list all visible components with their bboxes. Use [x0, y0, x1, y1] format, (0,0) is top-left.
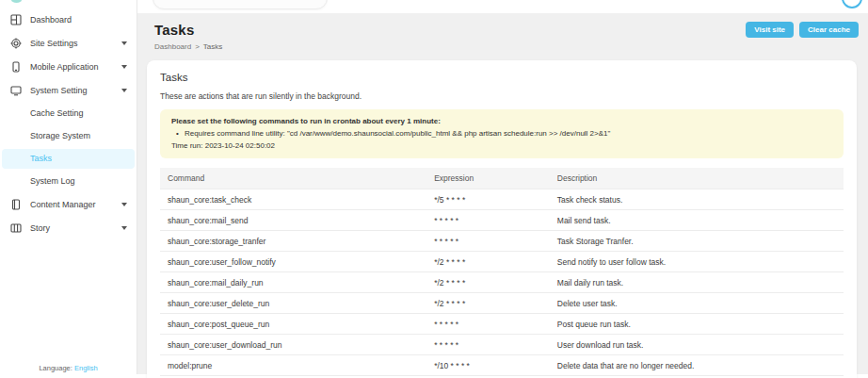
cell-expression: */5 * * * * [426, 189, 550, 210]
sidebar-item-label: System Setting [30, 86, 88, 95]
sidebar-item-label: Story [30, 223, 50, 233]
sidebar-item-system-setting[interactable]: System Setting [0, 78, 137, 102]
breadcrumb-dashboard[interactable]: Dashboard [154, 42, 191, 51]
cell-command: shaun_core:mail_daily_run [160, 272, 426, 293]
chevron-down-icon [121, 41, 127, 45]
cell-command: shaun_core:post_queue_run [160, 314, 426, 335]
sidebar-item-label: Mobile Application [30, 62, 99, 72]
sidebar-item-label: Site Settings [30, 39, 78, 48]
table-row: shaun_core:storage_tranfer * * * * * Tas… [160, 231, 844, 252]
table-row: shaun_core:user_download_run * * * * * U… [160, 335, 844, 355]
cell-command: shaun_core:user_delete_run [160, 293, 426, 314]
cell-command: shaun_core:task_check [160, 189, 426, 210]
avatar[interactable] [842, 0, 862, 8]
sidebar-item-label: Tasks [30, 154, 52, 163]
sidebar-item-label: Content Manager [30, 200, 96, 209]
sidebar-item-storage-system[interactable]: Storage System [0, 124, 137, 147]
cell-expression: */2 * * * * [426, 272, 550, 293]
cell-expression: * * * * * [426, 231, 550, 252]
sidebar-item-mobile-application[interactable]: Mobile Application [0, 55, 137, 78]
chevron-down-icon [121, 203, 127, 206]
search-input[interactable] [153, 0, 328, 9]
cell-expression: * * * * * [426, 210, 550, 231]
cell-description: Task Storage Tranfer. [550, 231, 844, 252]
gear-icon [9, 37, 22, 49]
tasks-card: Tasks These are actions that are run sil… [147, 60, 857, 378]
table-row: shaun_core:post_queue_run * * * * * Post… [160, 314, 844, 335]
cell-command: shaun_core:user_download_run [160, 335, 426, 355]
language-footer: Language: English [0, 364, 137, 372]
book-icon [9, 198, 22, 210]
cell-description: Post queue run task. [550, 314, 844, 335]
chevron-down-icon [121, 65, 127, 69]
header-actions: Visit site Clear cache [746, 22, 859, 38]
card-description: These are actions that are run silently … [160, 91, 844, 101]
cell-command: shaun_core:storage_tranfer [160, 231, 426, 252]
sidebar-item-system-log[interactable]: System Log [0, 170, 137, 192]
columns-icon [9, 222, 22, 234]
cell-expression: * * * * * [426, 335, 550, 355]
tasks-table: Command Expression Description shaun_cor… [160, 168, 844, 378]
notice-headline: Please set the following commands to run… [171, 116, 832, 128]
cell-command: model:prune [160, 355, 426, 376]
sidebar-item-label: System Log [30, 176, 75, 186]
cell-description: Mail send task. [550, 210, 844, 231]
table-row: shaun_core:user_follow_notify */2 * * * … [160, 252, 844, 272]
monitor-icon [9, 84, 22, 96]
sidebar-item-content-manager[interactable]: Content Manager [0, 192, 137, 216]
sidebar-item-label: Dashboard [30, 15, 72, 25]
column-header-command: Command [160, 168, 426, 189]
column-header-description: Description [550, 168, 844, 189]
sidebar-item-cache-setting[interactable]: Cache Setting [0, 102, 137, 124]
cell-description: Delete user task. [550, 293, 844, 314]
cell-expression: */10 * * * * [426, 355, 550, 376]
table-row: shaun_core:user_delete_run */2 * * * * D… [160, 293, 844, 314]
sidebar-item-label: Cache Setting [30, 108, 84, 118]
topbar [137, 0, 868, 13]
table-header-row: Command Expression Description [160, 168, 844, 189]
column-header-expression: Expression [426, 168, 550, 189]
language-label: Language: [39, 364, 72, 372]
table-row: model:prune */10 * * * * Delete data tha… [160, 355, 844, 376]
sidebar-item-tasks[interactable]: Tasks [2, 149, 135, 169]
card-title: Tasks [160, 72, 844, 83]
cell-description: Mail daily run task. [550, 272, 844, 293]
breadcrumb: Dashboard > Tasks [154, 42, 857, 51]
chevron-down-icon [121, 226, 127, 230]
cell-command: shaun_core:mail_send [160, 210, 426, 231]
page-header: Tasks Dashboard > Tasks Visit site Clear… [137, 13, 868, 51]
cell-description: Send notify to user follow task. [550, 252, 844, 272]
clear-cache-button[interactable]: Clear cache [799, 22, 859, 38]
cell-description: User download run task. [550, 335, 844, 355]
visit-site-button[interactable]: Visit site [746, 22, 794, 38]
sidebar-item-label: Storage System [30, 131, 90, 140]
sidebar-item-site-settings[interactable]: Site Settings [0, 31, 137, 55]
table-row: shaun_core:mail_send * * * * * Mail send… [160, 210, 844, 231]
breadcrumb-separator: > [195, 42, 200, 51]
sidebar-nav: Dashboard Site Settings Mobile Applicati… [0, 0, 137, 239]
cell-description: Task check status. [550, 189, 844, 210]
cell-command: shaun_core:user_follow_notify [160, 252, 426, 272]
mobile-icon [9, 60, 22, 73]
crontab-notice: Please set the following commands to run… [160, 109, 844, 158]
language-link[interactable]: English [74, 364, 98, 372]
cell-expression: * * * * * [426, 314, 550, 335]
cell-expression: */2 * * * * [426, 293, 550, 314]
chevron-down-icon [121, 89, 127, 92]
dashboard-icon [9, 13, 22, 25]
sidebar-item-dashboard[interactable]: Dashboard [0, 8, 137, 31]
table-row: shaun_core:task_check */5 * * * * Task c… [160, 189, 844, 210]
table-row: shaun_core:mail_daily_run */2 * * * * Ma… [160, 272, 844, 293]
sidebar: Dashboard Site Settings Mobile Applicati… [0, 0, 137, 374]
cell-description: Delete data that are no longer needed. [550, 355, 844, 376]
main-content: Tasks Dashboard > Tasks Visit site Clear… [137, 0, 868, 374]
notice-bullet-line: Requires command line utility: "cd /var/… [171, 128, 832, 140]
breadcrumb-current: Tasks [203, 42, 222, 51]
cell-expression: */2 * * * * [426, 252, 550, 272]
notice-time-run: Time run: 2023-10-24 02:50:02 [171, 140, 832, 153]
sidebar-item-story[interactable]: Story [0, 216, 137, 239]
